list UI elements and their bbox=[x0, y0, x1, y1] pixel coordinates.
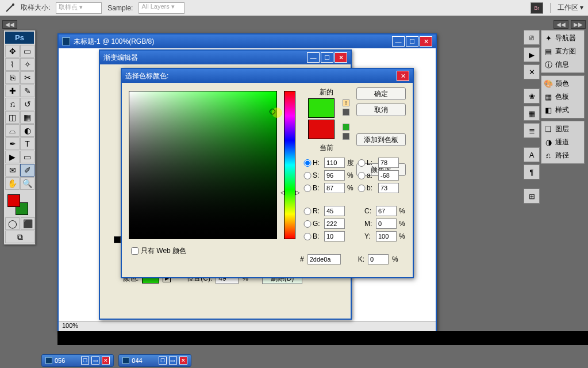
panel-btn-8[interactable]: ¶ bbox=[524, 164, 540, 179]
lasso-tool[interactable]: ⌇ bbox=[5, 58, 20, 71]
gamut-warning-icon[interactable]: ! bbox=[343, 99, 349, 106]
collapse-right-icon[interactable]: ◀◀ bbox=[554, 20, 568, 29]
quickmask-tool[interactable]: ◯ bbox=[5, 217, 20, 230]
blue-radio[interactable] bbox=[303, 233, 312, 240]
panel-info[interactable]: ⓘ信息 bbox=[543, 58, 583, 71]
websafe-cube-icon[interactable] bbox=[343, 124, 349, 131]
web-only-input[interactable] bbox=[131, 247, 139, 255]
crop-tool[interactable]: ⎘ bbox=[5, 71, 20, 84]
panel-paths[interactable]: ⎌路径 bbox=[543, 149, 583, 162]
blue-input[interactable] bbox=[324, 231, 345, 241]
panel-histogram[interactable]: ▤直方图 bbox=[543, 45, 583, 58]
panel-btn-1[interactable]: ⎚ bbox=[524, 30, 540, 45]
stamp-tool[interactable]: ⎌ bbox=[5, 98, 20, 110]
pen-tool[interactable]: ✒ bbox=[5, 137, 20, 150]
foreground-color-swatch[interactable] bbox=[7, 194, 20, 207]
panel-btn-9[interactable]: ⊞ bbox=[524, 189, 540, 204]
dodge-tool[interactable]: ◐ bbox=[20, 124, 34, 137]
mini-restore-icon[interactable]: ☐ bbox=[159, 356, 167, 365]
shape-tool[interactable]: ▭ bbox=[20, 151, 34, 163]
zoom-tool[interactable]: 🔍 bbox=[20, 177, 34, 190]
websafe-swatch[interactable] bbox=[343, 133, 349, 140]
brightness-input[interactable] bbox=[324, 183, 345, 193]
gradient-maximize-button[interactable]: ☐ bbox=[321, 52, 333, 63]
workspace-menu[interactable]: 工作区 ▾ bbox=[558, 3, 583, 13]
panel-btn-6[interactable]: ≣ bbox=[524, 123, 540, 138]
slice-tool[interactable]: ✂ bbox=[20, 71, 34, 84]
panel-btn-7[interactable]: A bbox=[524, 147, 540, 162]
panel-btn-3[interactable]: ✕ bbox=[524, 64, 540, 79]
saturation-input[interactable] bbox=[324, 170, 345, 181]
hue-radio[interactable] bbox=[303, 159, 312, 167]
lab-a-input[interactable] bbox=[378, 170, 399, 181]
picker-titlebar[interactable]: 选择色标颜色: ✕ bbox=[122, 69, 413, 83]
brush-tool[interactable]: ✎ bbox=[20, 85, 34, 97]
mini-close-icon[interactable]: ✕ bbox=[179, 356, 187, 365]
black-input[interactable] bbox=[368, 254, 389, 264]
lightness-input[interactable] bbox=[378, 158, 399, 168]
mini-max-icon[interactable]: ▭ bbox=[169, 356, 177, 365]
gamut-swatch[interactable] bbox=[343, 109, 349, 116]
mini-restore-icon[interactable]: ☐ bbox=[81, 356, 89, 365]
lightness-radio[interactable] bbox=[358, 159, 366, 167]
type-tool[interactable]: T bbox=[20, 137, 34, 150]
gradient-titlebar[interactable]: 渐变编辑器 — ☐ ✕ bbox=[100, 51, 351, 64]
gradient-tool[interactable]: ▦ bbox=[20, 111, 34, 124]
screenmode-tool[interactable]: ⧉ bbox=[5, 231, 35, 243]
collapse-left-icon[interactable]: ◀◀ bbox=[2, 20, 17, 29]
panel-btn-5[interactable]: ▦ bbox=[524, 106, 540, 121]
maximize-button[interactable]: ☐ bbox=[406, 36, 418, 47]
eyedropper-tool[interactable]: ✐ bbox=[20, 164, 34, 177]
saturation-brightness-field[interactable] bbox=[129, 91, 277, 239]
minimized-doc-a[interactable]: 056 ☐ ▭ ✕ bbox=[41, 354, 114, 367]
minimize-button[interactable]: — bbox=[392, 36, 405, 47]
web-only-checkbox[interactable]: 只有 Web 颜色 bbox=[131, 246, 186, 256]
red-radio[interactable] bbox=[303, 208, 312, 215]
hand-tool[interactable]: ✋ bbox=[5, 177, 20, 190]
heal-tool[interactable]: ✚ bbox=[5, 85, 20, 97]
document-titlebar[interactable]: 未标题-1 @ 100%(RGB/8) — ☐ ✕ bbox=[59, 34, 436, 48]
picker-close-button[interactable]: ✕ bbox=[397, 71, 409, 81]
gradient-stop-black[interactable] bbox=[114, 236, 121, 243]
lab-b-radio[interactable] bbox=[358, 185, 366, 192]
add-swatch-button[interactable]: 添加到色板 bbox=[356, 133, 406, 146]
panel-styles[interactable]: ◧样式 bbox=[543, 103, 583, 117]
panel-btn-2[interactable]: ▶ bbox=[524, 47, 540, 62]
green-input[interactable] bbox=[324, 218, 345, 229]
panel-swatches[interactable]: ▦色板 bbox=[543, 90, 583, 103]
marquee-tool[interactable]: ▭ bbox=[20, 45, 34, 57]
color-swatches[interactable] bbox=[5, 192, 34, 215]
expand-right-icon[interactable]: ▶▶ bbox=[571, 20, 586, 29]
bridge-icon[interactable]: Br bbox=[531, 2, 543, 14]
red-input[interactable] bbox=[324, 206, 345, 216]
yellow-input[interactable] bbox=[376, 231, 397, 241]
close-button[interactable]: ✕ bbox=[420, 36, 432, 47]
minimized-doc-b[interactable]: 044 ☐ ▭ ✕ bbox=[118, 354, 191, 367]
saturation-radio[interactable] bbox=[303, 172, 312, 179]
move-tool[interactable]: ✥ bbox=[5, 45, 20, 57]
brightness-radio[interactable] bbox=[303, 185, 312, 192]
lab-b-input[interactable] bbox=[378, 183, 399, 193]
notes-tool[interactable]: ✉ bbox=[5, 164, 20, 177]
cancel-button[interactable]: 取消 bbox=[356, 103, 406, 116]
mini-close-icon[interactable]: ✕ bbox=[102, 356, 110, 365]
gradient-close-button[interactable]: ✕ bbox=[335, 52, 347, 63]
magenta-input[interactable] bbox=[376, 218, 397, 229]
mini-max-icon[interactable]: ▭ bbox=[91, 356, 99, 365]
panel-btn-4[interactable]: ❀ bbox=[524, 89, 540, 103]
sample-size-select[interactable]: 取样点 ▾ bbox=[56, 2, 102, 14]
picker-cursor-icon[interactable] bbox=[270, 109, 275, 114]
hue-input[interactable] bbox=[324, 158, 345, 168]
gradient-minimize-button[interactable]: — bbox=[307, 52, 320, 63]
quickmask-on-tool[interactable]: ⬛ bbox=[21, 217, 35, 230]
lab-a-radio[interactable] bbox=[358, 172, 366, 179]
hue-slider[interactable] bbox=[284, 91, 295, 239]
hex-input[interactable] bbox=[308, 254, 341, 264]
current-color-preview[interactable] bbox=[308, 120, 335, 139]
panel-navigator[interactable]: ✦导航器 bbox=[543, 32, 583, 45]
path-select-tool[interactable]: ▶ bbox=[5, 151, 20, 163]
sample-layers-select[interactable]: All Layers ▾ bbox=[139, 2, 185, 14]
ok-button[interactable]: 确定 bbox=[356, 87, 406, 100]
wand-tool[interactable]: ✧ bbox=[20, 58, 34, 71]
cyan-input[interactable] bbox=[376, 206, 397, 216]
